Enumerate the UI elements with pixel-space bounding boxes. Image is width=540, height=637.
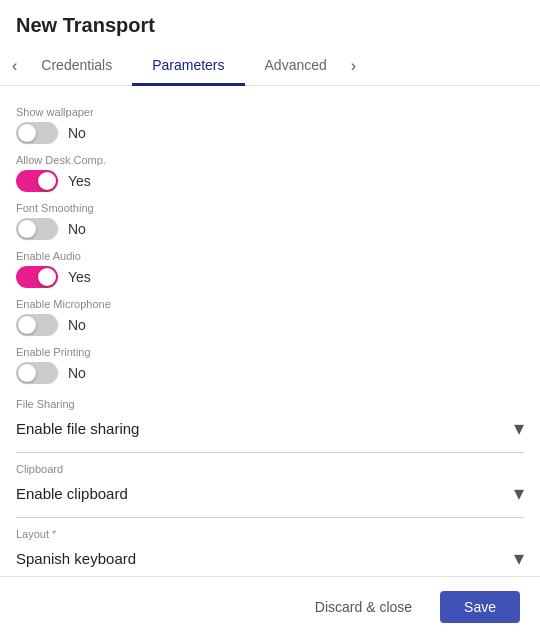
allow-desk-comp-group: Allow Desk.Comp. Yes [16,154,524,192]
clipboard-arrow-icon: ▾ [514,481,524,505]
tab-advanced[interactable]: Advanced [245,47,347,86]
discard-close-button[interactable]: Discard & close [299,591,428,623]
enable-audio-label: Enable Audio [16,250,524,262]
enable-microphone-slider [16,314,58,336]
font-smoothing-toggle-row: No [16,218,524,240]
tab-next-arrow[interactable]: › [347,49,360,83]
footer: Discard & close Save [0,576,540,637]
layout-dropdown[interactable]: Layout * Spanish keyboard ▾ [16,528,524,583]
enable-microphone-toggle[interactable] [16,314,58,336]
clipboard-value: Enable clipboard [16,485,128,502]
content-area: Show wallpaper No Allow Desk.Comp. Yes F… [0,86,540,637]
enable-audio-slider [16,266,58,288]
show-wallpaper-toggle-row: No [16,122,524,144]
allow-desk-comp-value: Yes [68,173,91,189]
file-sharing-row[interactable]: Enable file sharing ▾ [16,412,524,444]
enable-audio-value: Yes [68,269,91,285]
enable-printing-toggle-row: No [16,362,524,384]
enable-printing-toggle[interactable] [16,362,58,384]
page-title: New Transport [0,0,540,47]
tabs-container: ‹ Credentials Parameters Advanced › [0,47,540,86]
clipboard-row[interactable]: Enable clipboard ▾ [16,477,524,509]
tab-parameters[interactable]: Parameters [132,47,244,86]
show-wallpaper-value: No [68,125,86,141]
show-wallpaper-label: Show wallpaper [16,106,524,118]
enable-printing-label: Enable Printing [16,346,524,358]
enable-microphone-value: No [68,317,86,333]
font-smoothing-group: Font Smoothing No [16,202,524,240]
clipboard-dropdown[interactable]: Clipboard Enable clipboard ▾ [16,463,524,518]
file-sharing-dropdown[interactable]: File Sharing Enable file sharing ▾ [16,398,524,453]
show-wallpaper-slider [16,122,58,144]
font-smoothing-slider [16,218,58,240]
font-smoothing-label: Font Smoothing [16,202,524,214]
enable-printing-value: No [68,365,86,381]
tab-credentials[interactable]: Credentials [21,47,132,86]
font-smoothing-value: No [68,221,86,237]
file-sharing-label: File Sharing [16,398,524,410]
layout-arrow-icon: ▾ [514,546,524,570]
enable-audio-group: Enable Audio Yes [16,250,524,288]
save-button[interactable]: Save [440,591,520,623]
allow-desk-comp-slider [16,170,58,192]
enable-audio-toggle[interactable] [16,266,58,288]
allow-desk-comp-label: Allow Desk.Comp. [16,154,524,166]
file-sharing-value: Enable file sharing [16,420,139,437]
enable-printing-group: Enable Printing No [16,346,524,384]
enable-printing-slider [16,362,58,384]
layout-label: Layout * [16,528,524,540]
enable-microphone-toggle-row: No [16,314,524,336]
clipboard-label: Clipboard [16,463,524,475]
allow-desk-comp-toggle[interactable] [16,170,58,192]
font-smoothing-toggle[interactable] [16,218,58,240]
enable-audio-toggle-row: Yes [16,266,524,288]
enable-microphone-group: Enable Microphone No [16,298,524,336]
show-wallpaper-group: Show wallpaper No [16,106,524,144]
layout-value: Spanish keyboard [16,550,136,567]
tab-prev-arrow[interactable]: ‹ [8,49,21,83]
file-sharing-arrow-icon: ▾ [514,416,524,440]
layout-row[interactable]: Spanish keyboard ▾ [16,542,524,574]
allow-desk-comp-toggle-row: Yes [16,170,524,192]
show-wallpaper-toggle[interactable] [16,122,58,144]
enable-microphone-label: Enable Microphone [16,298,524,310]
